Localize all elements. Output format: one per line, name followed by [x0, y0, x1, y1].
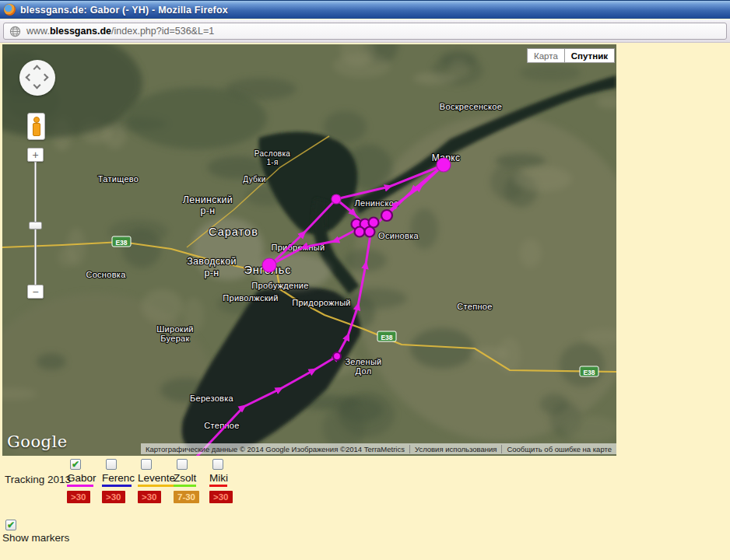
satellite-map[interactable]: E38E38E38ВоскресенскоеМарксРасловка1-яДу…: [2, 44, 616, 456]
map-label: Зеленый: [345, 357, 381, 366]
bird-checkbox-levente[interactable]: [141, 459, 152, 470]
map-pan-control[interactable]: [19, 60, 55, 96]
bird-link-ferenc[interactable]: Ferenc: [102, 472, 132, 487]
map-label: р-н: [205, 268, 219, 278]
map-label: Осиновка: [378, 231, 419, 240]
road-shield-e38: E38: [112, 236, 131, 247]
bird-checkbox-zsolt[interactable]: [177, 459, 188, 470]
tracking-title: Tracking 2013: [5, 474, 71, 485]
pegman-body: [33, 123, 40, 136]
bird-checkbox-miki[interactable]: [212, 459, 223, 470]
svg-text:E38: E38: [381, 334, 392, 341]
bird-age-badge-gabor[interactable]: >30: [67, 491, 90, 503]
google-logo: Google: [7, 432, 68, 451]
pan-up-icon[interactable]: [33, 65, 41, 73]
map-label: Расловка: [254, 149, 290, 158]
globe-icon: [9, 26, 21, 37]
zoom-slider-handle[interactable]: [29, 222, 42, 229]
terms-of-use-link[interactable]: Условия использования: [410, 445, 501, 453]
pan-right-icon[interactable]: [41, 74, 49, 82]
map-label: Саратов: [209, 226, 258, 238]
map-label: Приволжский: [223, 293, 278, 303]
bird-link-miki[interactable]: Miki: [209, 472, 227, 487]
map-label: Березовка: [190, 394, 234, 403]
bird-link-zsolt[interactable]: Zsolt: [174, 472, 196, 487]
title-bar: blessgans.de: Gabor (- YH) - Mozilla Fir…: [0, 0, 730, 19]
firefox-icon: [4, 4, 16, 16]
bird-age-badge-zsolt[interactable]: 7-30: [174, 491, 199, 503]
map-canvas[interactable]: E38E38E38ВоскресенскоеМарксРасловка1-яДу…: [2, 44, 616, 456]
map-label: Пробуждение: [251, 281, 308, 290]
map-label: Дол: [356, 366, 372, 376]
road-shield-e38: E38: [580, 366, 598, 376]
goose-position-marker[interactable]: [365, 227, 375, 237]
goose-position-marker[interactable]: [262, 258, 276, 272]
zoom-out-button[interactable]: −: [27, 285, 44, 299]
map-button-karta[interactable]: Карта: [527, 48, 565, 63]
bird-checkbox-ferenc[interactable]: [106, 459, 117, 470]
map-label: Дубки: [243, 175, 265, 184]
report-error-link[interactable]: Сообщить об ошибке на карте: [502, 445, 616, 453]
goose-position-marker[interactable]: [437, 158, 451, 172]
map-button-sputnik[interactable]: Спутник: [565, 48, 615, 63]
map-label: Заводской: [187, 256, 236, 267]
map-label: Ленинский: [183, 194, 233, 205]
show-markers-checkbox[interactable]: ✔: [5, 520, 16, 530]
bird-age-badge-miki[interactable]: >30: [209, 491, 233, 503]
url-text: www.blessgans.de/index.php?id=536&L=1: [26, 26, 214, 37]
map-label: Сосновка: [86, 270, 126, 279]
bird-age-badge-levente[interactable]: >30: [138, 491, 161, 503]
pan-down-icon[interactable]: [33, 82, 41, 89]
map-label: Буерак: [160, 334, 189, 343]
goose-position-marker[interactable]: [355, 227, 365, 237]
map-label: р-н: [201, 205, 216, 216]
road-shield-e38: E38: [377, 331, 396, 341]
url-field[interactable]: www.blessgans.de/index.php?id=536&L=1: [3, 23, 727, 40]
zoom-in-button[interactable]: +: [27, 148, 44, 162]
map-attribution: Картографические данные © 2014 Google Из…: [141, 443, 616, 454]
bird-age-badge-ferenc[interactable]: >30: [102, 491, 125, 503]
map-label: 1-я: [266, 158, 278, 166]
svg-text:E38: E38: [115, 239, 127, 247]
map-label: Степное: [457, 302, 492, 311]
attribution-copyright: Картографические данные © 2014 Google Из…: [141, 445, 409, 453]
goose-position-marker[interactable]: [332, 194, 341, 204]
map-type-switcher: Карта Спутник: [527, 48, 615, 63]
pan-left-icon[interactable]: [26, 74, 33, 82]
map-label: Воскресенское: [440, 102, 502, 111]
url-bar: www.blessgans.de/index.php?id=536&L=1: [0, 19, 730, 43]
page-content: E38E38E38ВоскресенскоеМарксРасловка1-яДу…: [0, 43, 730, 560]
street-view-pegman[interactable]: [27, 113, 45, 140]
map-label: Ленинское: [354, 198, 398, 208]
show-markers-label: Show markers: [2, 532, 69, 544]
map-label: Придорожный: [292, 298, 351, 307]
map-label: Татищево: [98, 174, 139, 184]
window-title: blessgans.de: Gabor (- YH) - Mozilla Fir…: [20, 5, 228, 16]
goose-position-marker[interactable]: [333, 352, 341, 360]
map-label: Широкий: [156, 324, 194, 334]
svg-text:E38: E38: [583, 369, 595, 376]
pegman-icon: [33, 117, 40, 123]
bird-link-gabor[interactable]: Gabor: [67, 472, 93, 487]
goose-position-marker[interactable]: [381, 210, 392, 221]
browser-window: blessgans.de: Gabor (- YH) - Mozilla Fir…: [0, 0, 730, 560]
bird-checkbox-gabor[interactable]: ✔: [70, 459, 81, 470]
bird-link-levente[interactable]: Levente: [138, 472, 174, 487]
